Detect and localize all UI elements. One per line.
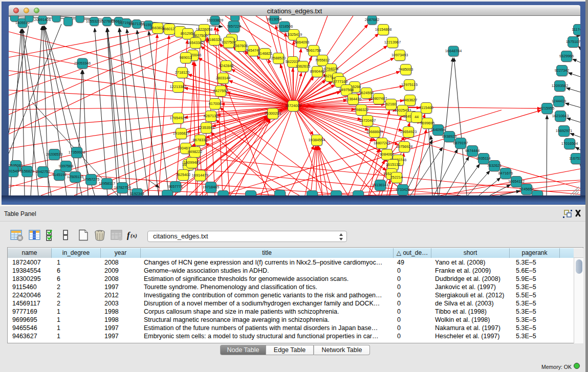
svg-text:8498222: 8498222 (188, 149, 202, 154)
svg-text:12353594: 12353594 (198, 125, 214, 130)
svg-text:1362615: 1362615 (296, 64, 310, 69)
svg-text:9146821: 9146821 (258, 51, 272, 56)
svg-text:10688609: 10688609 (366, 129, 383, 134)
svg-text:7857224: 7857224 (227, 24, 241, 29)
svg-text:14136141: 14136141 (372, 183, 388, 187)
svg-text:20691406: 20691406 (34, 17, 51, 22)
svg-text:9474444: 9474444 (465, 148, 480, 153)
svg-text:8990448: 8990448 (310, 69, 324, 74)
svg-text:16914479: 16914479 (192, 173, 208, 178)
svg-text:12213967: 12213967 (384, 40, 401, 45)
svg-text:1244419: 1244419 (552, 99, 566, 103)
svg-text:989013: 989013 (180, 55, 192, 60)
svg-text:9245652: 9245652 (519, 187, 534, 191)
svg-text:2367608: 2367608 (233, 43, 248, 48)
svg-text:7625402: 7625402 (176, 172, 190, 177)
svg-text:9084067: 9084067 (380, 152, 394, 157)
svg-text:1117433: 1117433 (572, 27, 580, 32)
svg-text:417008: 417008 (209, 101, 221, 106)
svg-text:16782759: 16782759 (114, 185, 130, 190)
svg-text:8427552: 8427552 (213, 89, 228, 93)
svg-text:6497568: 6497568 (339, 87, 354, 92)
svg-text:7986322: 7986322 (354, 107, 368, 112)
svg-text:44: 44 (415, 115, 419, 119)
svg-text:8471676: 8471676 (498, 171, 513, 176)
svg-text:8678332: 8678332 (193, 138, 207, 142)
svg-text:7632621: 7632621 (487, 163, 502, 168)
svg-text:15720407: 15720407 (359, 118, 376, 123)
svg-text:2718120: 2718120 (175, 70, 189, 75)
svg-text:1156829: 1156829 (20, 169, 34, 173)
svg-text:10756928: 10756928 (396, 144, 412, 149)
svg-text:16210643: 16210643 (552, 114, 569, 118)
svg-text:10973493: 10973493 (391, 53, 408, 57)
svg-text:1864093: 1864093 (295, 40, 309, 45)
svg-text:29053346: 29053346 (74, 61, 91, 65)
svg-text:9242848: 9242848 (219, 63, 233, 68)
svg-text:12975115: 12975115 (401, 82, 418, 87)
svg-text:6879197: 6879197 (453, 141, 468, 145)
svg-text:2588520: 2588520 (271, 56, 286, 60)
svg-text:13325419: 13325419 (286, 32, 302, 37)
svg-text:9227342: 9227342 (555, 68, 569, 73)
svg-text:8186328: 8186328 (207, 37, 222, 42)
svg-text:20206533: 20206533 (46, 152, 62, 157)
svg-text:1167533: 1167533 (569, 156, 580, 161)
svg-text:17654923: 17654923 (170, 116, 186, 120)
svg-text:3624554: 3624554 (359, 91, 374, 95)
svg-text:2803144: 2803144 (216, 76, 230, 80)
svg-text:1575107: 1575107 (566, 39, 580, 44)
svg-text:9397568: 9397568 (59, 164, 73, 168)
svg-text:8938923: 8938923 (442, 134, 456, 139)
svg-text:7955812: 7955812 (315, 58, 330, 62)
svg-text:6794028: 6794028 (324, 67, 338, 71)
svg-text:17359928: 17359928 (69, 150, 85, 155)
svg-text:252214: 252214 (390, 175, 403, 180)
svg-text:19384554: 19384554 (309, 138, 325, 142)
svg-text:2087682: 2087682 (365, 17, 379, 22)
svg-text:9463627: 9463627 (403, 98, 417, 102)
svg-text:12213382: 12213382 (170, 84, 186, 89)
svg-text:16648784: 16648784 (445, 49, 462, 53)
svg-text:25300203: 25300203 (265, 111, 281, 116)
svg-text:9115460: 9115460 (419, 105, 433, 110)
svg-text:6961758: 6961758 (307, 48, 321, 53)
svg-text:21364436: 21364436 (345, 97, 361, 101)
svg-text:8813054: 8813054 (267, 17, 281, 21)
svg-text:62160: 62160 (386, 102, 396, 106)
svg-text:1615132: 1615132 (386, 162, 400, 167)
svg-text:7485003: 7485003 (399, 67, 413, 72)
svg-text:16154808: 16154808 (375, 27, 391, 32)
svg-text:9777169: 9777169 (333, 79, 347, 84)
svg-text:19166827: 19166827 (173, 131, 189, 136)
svg-text:17016504: 17016504 (561, 141, 578, 146)
svg-text:9699695: 9699695 (420, 121, 434, 125)
svg-text:15692971: 15692971 (556, 128, 572, 133)
svg-text:8267130: 8267130 (204, 114, 218, 118)
svg-text:12505135: 12505135 (67, 174, 83, 179)
svg-text:19218506: 19218506 (276, 24, 293, 29)
svg-text:1145194: 1145194 (52, 172, 67, 177)
svg-text:2935114: 2935114 (476, 156, 491, 161)
svg-text:18724007: 18724007 (285, 103, 301, 108)
svg-text:(x): (x) (130, 232, 137, 239)
svg-text:17957275: 17957275 (83, 177, 99, 182)
svg-text:9657771: 9657771 (168, 184, 183, 189)
svg-text:19718485: 19718485 (203, 185, 219, 189)
svg-text:10958117: 10958117 (99, 181, 115, 186)
svg-text:10654112: 10654112 (508, 179, 525, 184)
svg-text:3215955: 3215955 (540, 106, 554, 111)
svg-text:16033809: 16033809 (207, 18, 223, 23)
svg-text:18807249: 18807249 (374, 141, 390, 145)
svg-text:12093582: 12093582 (552, 83, 568, 88)
svg-text:16543382: 16543382 (187, 40, 204, 45)
svg-text:19654923: 19654923 (400, 129, 417, 134)
svg-text:1192344: 1192344 (130, 191, 144, 195)
svg-text:10807487: 10807487 (371, 96, 387, 101)
svg-text:16099489: 16099489 (184, 160, 200, 165)
svg-text:9827500: 9827500 (193, 33, 207, 38)
svg-text:8660124: 8660124 (162, 27, 177, 31)
svg-text:991549: 991549 (9, 169, 19, 173)
svg-text:1733426: 1733426 (396, 187, 410, 192)
svg-text:2942757: 2942757 (36, 169, 50, 174)
